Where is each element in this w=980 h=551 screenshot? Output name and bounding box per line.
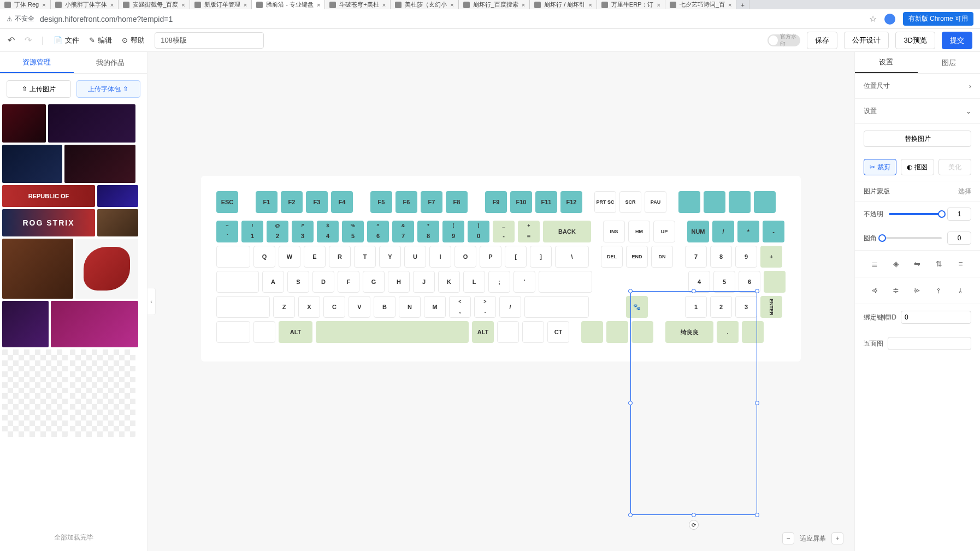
key-backspace[interactable]: BACK [543,221,591,242]
tab-layers[interactable]: 图层 [918,52,981,73]
align-left-icon[interactable]: ⫷ [868,284,881,297]
close-icon[interactable]: × [728,2,731,8]
key-b[interactable]: B [374,296,395,318]
new-tab-button[interactable]: + [736,0,749,9]
key-f2[interactable]: F2 [281,191,303,213]
browser-tab[interactable]: 崩坏行_百度搜索× [459,0,530,9]
key-lshift[interactable] [216,296,270,318]
key-f[interactable]: F [338,271,359,293]
key-c[interactable]: C [323,296,345,318]
key-ralt[interactable]: ALT [472,321,494,343]
url-text[interactable]: design.hiforefront.com/home?tempid=1 [40,15,173,23]
zoom-in-button[interactable]: + [831,532,843,544]
key-np7[interactable]: 7 [685,246,707,268]
key-8[interactable]: *8 [417,221,439,242]
key-f1[interactable]: F1 [256,191,278,213]
key-mul[interactable]: * [737,221,759,242]
close-icon[interactable]: × [244,2,247,8]
key-quote[interactable]: ' [513,271,535,293]
key-2[interactable]: @2 [267,221,288,242]
key-np5[interactable]: 5 [713,271,735,293]
key-f11[interactable]: F11 [535,191,557,213]
key-s[interactable]: S [287,271,309,293]
tab-my-works[interactable]: 我的作品 [74,52,147,73]
file-menu[interactable]: 📄 文件 [54,35,79,45]
key-rshift[interactable] [524,296,589,318]
key-k[interactable]: K [438,271,460,293]
key-w[interactable]: W [279,246,300,268]
preview-3d-button[interactable]: 3D预览 [895,32,935,49]
key-win[interactable] [253,321,275,343]
five-side-input[interactable] [888,337,971,350]
key-5[interactable]: %5 [342,221,364,242]
upload-font-button[interactable]: 上传字体包⇧ [76,80,141,98]
key-1[interactable]: !1 [241,221,263,242]
key-o[interactable]: O [454,246,476,268]
key-rctrl[interactable]: CT [547,321,569,343]
key-n[interactable]: N [399,296,421,318]
gallery-thumb[interactable] [2,301,49,347]
browser-tab[interactable]: 万里牛ERP：订× [597,0,665,9]
close-icon[interactable]: × [657,2,660,8]
profile-icon[interactable] [884,14,895,25]
key-minus[interactable]: _- [493,221,515,242]
gallery-thumb[interactable] [97,209,138,236]
zoom-out-button[interactable]: − [782,532,794,544]
key-f12[interactable]: F12 [560,191,582,213]
key-semi[interactable]: ; [488,271,510,293]
key-h[interactable]: H [388,271,410,293]
key-tab[interactable] [216,246,250,268]
crop-button[interactable]: ✂ 裁剪 [864,159,896,175]
browser-tab-active[interactable]: 腾前沿 - 专业键盘× [252,0,325,9]
key-prtsc[interactable]: PRT SC [594,191,616,213]
key-rbrk[interactable]: ] [530,246,552,268]
tab-resource-manage[interactable]: 资源管理 [0,52,74,73]
key-period[interactable]: >. [474,296,496,318]
key-space[interactable] [316,321,469,343]
close-icon[interactable]: × [522,2,525,8]
collapse-left-icon[interactable]: ‹ [147,288,156,315]
gallery-thumb[interactable] [64,145,135,183]
key-sub[interactable]: - [763,221,784,242]
close-icon[interactable]: × [450,2,453,8]
key-y[interactable]: Y [379,246,401,268]
gallery-thumb[interactable]: REPUBLIC OF [2,185,95,207]
key-p[interactable]: P [480,246,501,268]
flip-h-icon[interactable]: ⇋ [911,257,924,270]
align-center-icon[interactable]: ≑ [889,284,902,297]
redo-button[interactable]: ↷ [25,35,32,45]
key-blank[interactable] [754,191,776,213]
key-f5[interactable]: F5 [370,191,392,213]
key-l[interactable]: L [463,271,485,293]
gallery-thumb[interactable]: ROG STRIX [2,209,95,236]
key-f4[interactable]: F4 [331,191,353,213]
key-u[interactable]: U [404,246,426,268]
watermark-toggle[interactable]: 官方水印 [768,34,800,46]
key-blank[interactable] [678,191,700,213]
key-menu[interactable] [522,321,544,343]
key-np8[interactable]: 8 [710,246,732,268]
undo-button[interactable]: ↶ [8,35,15,45]
key-div[interactable]: / [712,221,734,242]
key-j[interactable]: J [413,271,435,293]
key-e[interactable]: E [304,246,326,268]
layer-stack-icon[interactable]: ≣ [868,257,881,270]
key-3[interactable]: #3 [292,221,314,242]
key-7[interactable]: &7 [392,221,414,242]
key-blank[interactable] [704,191,725,213]
key-hm[interactable]: HM [628,221,650,242]
key-f8[interactable]: F8 [446,191,468,213]
section-settings[interactable]: 设置⌄ [855,99,980,124]
gallery-thumb[interactable] [48,104,135,143]
key-esc[interactable]: ESC [216,191,238,213]
key-caps[interactable] [216,271,259,293]
key-x[interactable]: X [298,296,320,318]
help-menu[interactable]: ⊙ 帮助 [122,35,145,45]
browser-tab[interactable]: 新版订单管理× [190,0,252,9]
key-g[interactable]: G [363,271,385,293]
close-icon[interactable]: × [42,2,45,8]
save-button[interactable]: 保存 [807,32,837,49]
key-z[interactable]: Z [273,296,295,318]
key-blank[interactable] [729,191,751,213]
security-warning[interactable]: ⚠ 不安全 [7,14,34,23]
